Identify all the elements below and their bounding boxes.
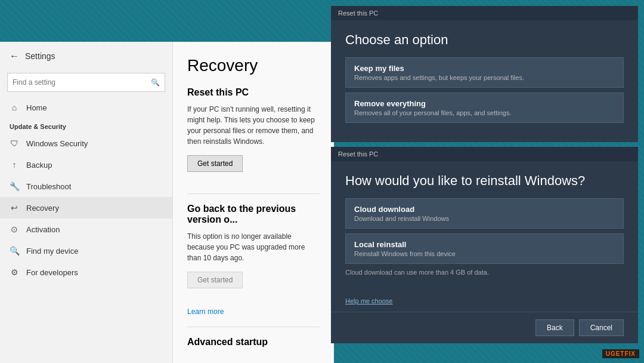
sidebar-item-recovery[interactable]: ↩ Recovery — [0, 197, 172, 219]
settings-window: ← Settings 🔍 ⌂ Home Update & Security 🛡 … — [0, 42, 334, 363]
watermark: UGETFIX — [602, 349, 639, 358]
sidebar-item-find-my-device[interactable]: 🔍 Find my device — [0, 240, 172, 262]
developers-icon: ⚙ — [10, 267, 19, 277]
dialog2-option-local[interactable]: Local reinstall Reinstall Windows from t… — [345, 233, 624, 264]
sidebar: ← Settings 🔍 ⌂ Home Update & Security 🛡 … — [0, 42, 173, 363]
page-title: Recovery — [187, 56, 320, 75]
reset-description: If your PC isn't running well, resetting… — [187, 104, 320, 147]
learn-more-link[interactable]: Learn more — [187, 306, 320, 317]
dialog2-titlebar: Reset this PC — [331, 147, 638, 161]
dialog2-heading: How would you like to reinstall Windows? — [345, 173, 624, 189]
cloud-download-title: Cloud download — [354, 205, 615, 214]
dialog2-footer: Back Cancel — [331, 312, 638, 343]
dialog-container: Reset this PC Choose an option Keep my f… — [331, 6, 638, 343]
dialog2-option-cloud[interactable]: Cloud download Download and reinstall Wi… — [345, 198, 624, 229]
divider2 — [187, 327, 320, 327]
sidebar-section-label: Update & Security — [0, 118, 172, 133]
main-content: Recovery Reset this PC If your PC isn't … — [173, 42, 334, 363]
activation-icon: ⊙ — [10, 224, 19, 234]
sidebar-item-label: Activation — [26, 225, 60, 234]
sidebar-item-backup[interactable]: ↑ Backup — [0, 154, 172, 176]
cloud-download-desc: Download and reinstall Windows — [354, 215, 615, 222]
go-back-get-started-button[interactable]: Get started — [187, 272, 243, 288]
backup-icon: ↑ — [10, 160, 19, 170]
recovery-icon: ↩ — [10, 203, 19, 213]
reset-section-title: Reset this PC — [187, 87, 320, 98]
dialog1-option-remove-everything[interactable]: Remove everything Removes all of your pe… — [345, 93, 624, 123]
sidebar-item-windows-security[interactable]: 🛡 Windows Security — [0, 133, 172, 154]
remove-everything-title: Remove everything — [354, 99, 615, 108]
go-back-description: This option is no longer available becau… — [187, 231, 320, 263]
search-input[interactable] — [13, 78, 151, 87]
sidebar-item-activation[interactable]: ⊙ Activation — [0, 219, 172, 240]
sidebar-item-label: Find my device — [26, 247, 78, 256]
keep-files-title: Keep my files — [354, 64, 615, 73]
dialog1-heading: Choose an option — [345, 32, 624, 48]
find-device-icon: 🔍 — [10, 246, 19, 256]
home-icon: ⌂ — [10, 103, 19, 112]
shield-icon: 🛡 — [10, 139, 19, 148]
cancel-button[interactable]: Cancel — [579, 319, 624, 336]
dialog2-body: How would you like to reinstall Windows?… — [331, 161, 638, 290]
sidebar-item-label: Backup — [26, 161, 52, 170]
dialog-reinstall: Reset this PC How would you like to rein… — [331, 147, 638, 343]
sidebar-item-label: Windows Security — [26, 139, 88, 148]
sidebar-item-label: For developers — [26, 268, 78, 277]
sidebar-header: ← Settings — [0, 42, 172, 70]
search-box[interactable]: 🔍 — [7, 73, 165, 92]
divider1 — [187, 193, 320, 194]
sidebar-item-label: Recovery — [26, 204, 59, 213]
watermark-text: UGETFIX — [606, 350, 636, 357]
settings-title: Settings — [25, 51, 55, 61]
dialog1-option-keep-files[interactable]: Keep my files Removes apps and settings,… — [345, 57, 624, 88]
sidebar-item-troubleshoot[interactable]: 🔧 Troubleshoot — [0, 176, 172, 197]
back-button[interactable]: ← — [10, 51, 19, 61]
cloud-note: Cloud download can use more than 4 GB of… — [345, 269, 624, 276]
help-me-choose-link[interactable]: Help me choose — [331, 290, 638, 312]
dialog1-titlebar: Reset this PC — [331, 6, 638, 20]
reset-get-started-button[interactable]: Get started — [187, 155, 243, 172]
remove-everything-desc: Removes all of your personal files, apps… — [354, 109, 615, 116]
advanced-startup-title: Advanced startup — [187, 337, 320, 347]
search-icon: 🔍 — [151, 78, 160, 87]
sidebar-item-for-developers[interactable]: ⚙ For developers — [0, 262, 172, 283]
local-reinstall-desc: Reinstall Windows from this device — [354, 250, 615, 257]
local-reinstall-title: Local reinstall — [354, 240, 615, 249]
dialog1-body: Choose an option Keep my files Removes a… — [331, 20, 638, 142]
go-back-section-title: Go back to the previous version o... — [187, 204, 320, 225]
dialog-choose-option: Reset this PC Choose an option Keep my f… — [331, 6, 638, 142]
sidebar-item-home[interactable]: ⌂ Home — [0, 97, 172, 118]
back-button[interactable]: Back — [535, 319, 574, 336]
keep-files-desc: Removes apps and settings, but keeps you… — [354, 74, 615, 81]
sidebar-item-label: Home — [26, 103, 47, 112]
troubleshoot-icon: 🔧 — [10, 182, 19, 191]
sidebar-item-label: Troubleshoot — [26, 182, 71, 191]
